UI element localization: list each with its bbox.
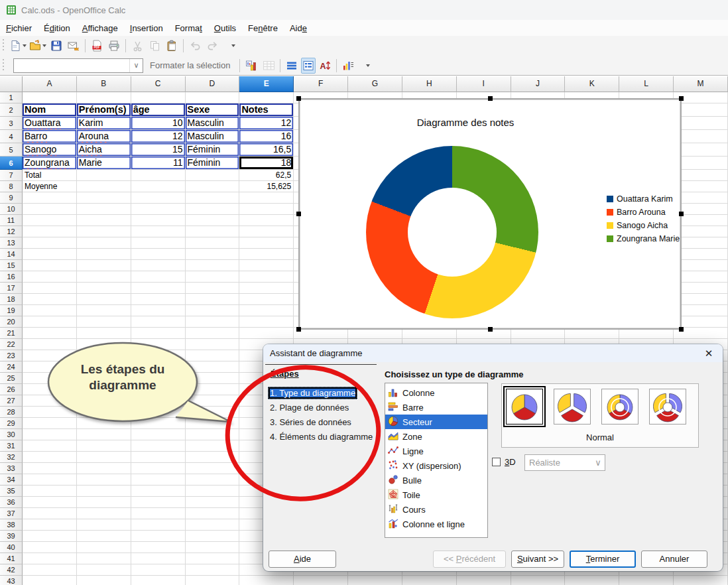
subtype-donut-exploded-icon[interactable] xyxy=(646,386,689,427)
cell-A5[interactable]: Sanogo xyxy=(23,143,77,157)
cell-E3[interactable]: 12 xyxy=(239,117,294,130)
row-header-34[interactable]: 34 xyxy=(0,474,23,486)
row-header-24[interactable]: 24 xyxy=(0,361,23,373)
cell-A12[interactable] xyxy=(23,226,77,237)
cell-B31[interactable] xyxy=(77,440,131,452)
cell-A20[interactable] xyxy=(23,316,77,328)
toolbar-overflow-button[interactable] xyxy=(359,58,375,74)
cell-E20[interactable] xyxy=(239,316,294,328)
dialog-titlebar[interactable]: Assistant de diagramme ✕ xyxy=(263,344,723,362)
cell-M17[interactable] xyxy=(674,283,728,294)
paste-button[interactable] xyxy=(164,38,180,54)
apply-style-combobox[interactable]: ∨ xyxy=(13,58,143,73)
selection-handle[interactable] xyxy=(296,327,301,332)
cell-E15[interactable] xyxy=(239,260,294,271)
cell-E4[interactable]: 16 xyxy=(239,130,294,143)
cell-B34[interactable] xyxy=(77,474,131,486)
row-header-1[interactable]: 1 xyxy=(0,92,23,103)
cell-C16[interactable] xyxy=(131,271,186,283)
cell-C20[interactable] xyxy=(131,316,186,328)
subtype-pie-exploded-icon[interactable] xyxy=(551,386,593,427)
row-header-8[interactable]: 8 xyxy=(0,181,23,192)
wizard-step-1[interactable]: 1. Type du diagramme xyxy=(268,387,357,399)
cell-C7[interactable] xyxy=(131,170,186,181)
row-header-38[interactable]: 38 xyxy=(0,519,23,531)
legend-toggle-button[interactable] xyxy=(301,58,316,74)
row-header-17[interactable]: 17 xyxy=(0,283,23,294)
column-header-K[interactable]: K xyxy=(565,76,619,92)
column-header-B[interactable]: B xyxy=(77,76,131,92)
selection-handle[interactable] xyxy=(488,96,493,101)
toolbar-grip[interactable] xyxy=(3,59,4,72)
selection-handle[interactable] xyxy=(679,212,684,216)
row-header-28[interactable]: 28 xyxy=(0,407,23,418)
cell-B1[interactable] xyxy=(77,92,131,103)
row-header-16[interactable]: 16 xyxy=(0,271,23,283)
row-header-20[interactable]: 20 xyxy=(0,316,23,328)
cell-C11[interactable] xyxy=(131,215,186,226)
column-header-G[interactable]: G xyxy=(348,76,402,92)
cell-B4[interactable]: Arouna xyxy=(77,130,131,143)
cell-B7[interactable] xyxy=(77,170,131,181)
cell-B8[interactable] xyxy=(77,181,131,192)
chart-type-secteur[interactable]: Secteur xyxy=(385,415,487,429)
cell-C5[interactable]: 15 xyxy=(131,143,186,157)
cell-D15[interactable] xyxy=(186,260,240,271)
cell-D1[interactable] xyxy=(186,92,240,103)
cell-A34[interactable] xyxy=(23,474,77,486)
column-header-F[interactable]: F xyxy=(294,76,348,92)
cell-E8[interactable]: 15,625 xyxy=(239,181,294,192)
cell-C38[interactable] xyxy=(131,519,186,531)
cell-B17[interactable] xyxy=(77,283,131,294)
row-header-14[interactable]: 14 xyxy=(0,249,23,260)
cell-B14[interactable] xyxy=(77,249,131,260)
cell-B20[interactable] xyxy=(77,316,131,328)
cell-E11[interactable] xyxy=(239,215,294,226)
chart-type-button[interactable] xyxy=(243,58,259,74)
cell-D35[interactable] xyxy=(186,486,240,497)
cell-D42[interactable] xyxy=(186,564,240,576)
row-header-4[interactable]: 4 xyxy=(0,130,23,143)
row-header-30[interactable]: 30 xyxy=(0,429,23,440)
column-header-D[interactable]: D xyxy=(186,76,240,92)
close-icon[interactable]: ✕ xyxy=(701,344,716,362)
cell-A1[interactable] xyxy=(23,92,77,103)
selection-handle[interactable] xyxy=(488,327,493,332)
subtype-pie-normal-icon[interactable] xyxy=(503,386,546,427)
cell-A14[interactable] xyxy=(23,249,77,260)
cell-E9[interactable] xyxy=(239,192,294,204)
chart-type-colonneetligne[interactable]: Colonne et ligne xyxy=(385,517,487,531)
cell-C15[interactable] xyxy=(131,260,186,271)
cell-J43[interactable] xyxy=(511,576,566,585)
menu-insertion[interactable]: Insertion xyxy=(124,22,169,34)
column-header-A[interactable]: A xyxy=(23,76,77,92)
wizard-step-3[interactable]: 3. Séries de données xyxy=(268,416,353,428)
cell-D17[interactable] xyxy=(186,283,240,294)
row-header-9[interactable]: 9 xyxy=(0,192,23,204)
cell-C43[interactable] xyxy=(131,576,186,585)
chart-type-bulle[interactable]: Bulle xyxy=(385,473,487,487)
row-header-18[interactable]: 18 xyxy=(0,294,23,305)
row-header-40[interactable]: 40 xyxy=(0,542,23,553)
cell-D33[interactable] xyxy=(186,463,240,474)
cell-L43[interactable] xyxy=(619,576,674,585)
cell-H43[interactable] xyxy=(402,576,457,585)
subtype-donut-icon[interactable] xyxy=(599,386,641,427)
cell-B18[interactable] xyxy=(77,294,131,305)
cell-D20[interactable] xyxy=(186,316,240,328)
cell-I43[interactable] xyxy=(457,576,511,585)
cell-C10[interactable] xyxy=(131,204,186,215)
cell-A6[interactable]: Zoungrana xyxy=(23,157,77,170)
help-button[interactable]: Aide xyxy=(269,551,336,568)
cell-A38[interactable] xyxy=(23,519,77,531)
cell-A7[interactable]: Total xyxy=(23,170,77,181)
cell-E5[interactable]: 16,5 xyxy=(239,143,294,157)
row-header-35[interactable]: 35 xyxy=(0,486,23,497)
cell-E2[interactable]: Notes xyxy=(239,103,294,117)
cell-B5[interactable]: Aicha xyxy=(77,143,131,157)
cell-M6[interactable] xyxy=(674,157,728,170)
selection-handle[interactable] xyxy=(679,327,684,332)
row-header-33[interactable]: 33 xyxy=(0,463,23,474)
cell-A15[interactable] xyxy=(23,260,77,271)
cell-C35[interactable] xyxy=(131,486,186,497)
